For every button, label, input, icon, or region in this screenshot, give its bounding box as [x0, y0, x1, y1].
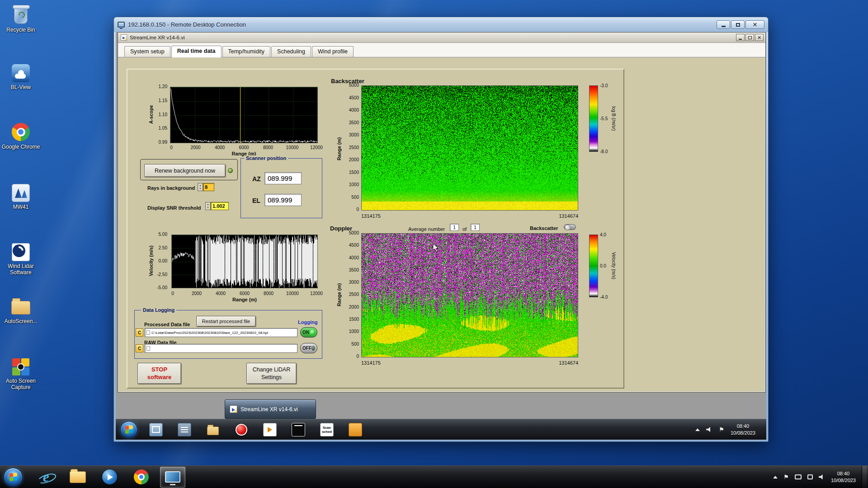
logging-off-led: [311, 346, 315, 351]
raw-logging-toggle[interactable]: OFF: [300, 343, 317, 353]
ascope-yticks: 1.201.151.101.050.99: [155, 84, 167, 145]
remote-volume-icon[interactable]: [706, 427, 712, 432]
remote-taskbar-clock[interactable]: 08:40 10/08/2023: [731, 423, 755, 436]
chrome-icon: [134, 469, 149, 484]
data-logging-title: Data Logging: [141, 307, 176, 313]
terminal-icon[interactable]: [292, 423, 305, 436]
app-maximize-button[interactable]: [745, 34, 754, 41]
taskbar-internet-explorer-button[interactable]: e: [33, 467, 59, 488]
display-tray-icon[interactable]: [795, 474, 802, 479]
velocity-plot: [171, 235, 318, 288]
processed-path-field[interactable]: C:\Lidar\Data\Proc\2023\202308\20230810\…: [145, 328, 297, 337]
start-button[interactable]: [4, 468, 23, 487]
tab-system-setup[interactable]: System setup: [124, 46, 170, 57]
labview-icon: [230, 405, 237, 413]
el-label: EL: [252, 197, 260, 204]
renew-background-button[interactable]: Renew background now: [144, 164, 226, 177]
rdp-titlebar[interactable]: 192.168.0.150 - Remote Desktop Connectio…: [114, 17, 768, 32]
app-close-button[interactable]: ✕: [755, 34, 764, 41]
stop-software-button[interactable]: STOPsoftware: [137, 363, 181, 384]
desktop-icon-label: Wind Lidar Software: [1, 263, 41, 276]
doppler-x-start: 1314175: [361, 360, 381, 366]
tab-scheduling[interactable]: Scheduling: [271, 46, 311, 57]
desktop-icon-bl-view[interactable]: BL-View: [1, 63, 41, 91]
ascope-ylabel: A-scope: [147, 87, 155, 142]
velocity-xticks: 020004000600080001000012000: [165, 291, 325, 296]
remote-desktop-icon: [118, 22, 125, 28]
tab-temp-humidity[interactable]: Temp/humidity: [222, 46, 271, 57]
scan-sched-icon[interactable]: Scansched: [320, 423, 334, 436]
raw-path-field[interactable]: [145, 344, 297, 353]
backscatter-toggle[interactable]: [564, 224, 576, 230]
average-number-field[interactable]: 1: [450, 224, 459, 231]
backscatter-toggle-label: Backscatter: [530, 225, 558, 231]
tray-expand-icon[interactable]: [773, 476, 778, 479]
scanner-position-groupbox: [241, 158, 322, 218]
doppler-ylabel: Range (m): [335, 233, 343, 357]
window-app-icon[interactable]: [149, 423, 163, 436]
app-window: StreamLine XR v14-6.vi ✕ System setup Re…: [118, 32, 766, 393]
remote-action-center-icon[interactable]: ⚑: [719, 427, 724, 432]
grid-app-icon[interactable]: [178, 423, 191, 436]
folder-icon: [10, 297, 31, 317]
snr-value-field[interactable]: 1.002: [211, 202, 229, 210]
doppler-colorbar-label: Velocity (m/s): [610, 235, 617, 297]
app-titlebar[interactable]: StreamLine XR v14-6.vi ✕: [118, 33, 765, 43]
remote-taskbar-window-button[interactable]: StreamLine XR v14-6.vi: [225, 399, 316, 419]
raw-drive-button[interactable]: C: [136, 344, 143, 352]
desktop-icon-recycle-bin[interactable]: Recycle Bin: [1, 6, 41, 33]
desktop-icon-google-chrome[interactable]: Google Chrome: [1, 122, 41, 150]
rays-value-field[interactable]: 8: [203, 183, 214, 191]
snr-spinner[interactable]: ▲▼: [205, 202, 211, 210]
show-desktop-button[interactable]: [862, 466, 867, 488]
bl-view-icon: [10, 63, 31, 83]
labview-app-icon: [121, 34, 127, 41]
logging-on-led: [310, 330, 315, 335]
processed-drive-button[interactable]: C: [136, 328, 143, 337]
desktop-icon-label: Auto Screen Capture: [1, 378, 41, 391]
mw41-icon: [10, 183, 31, 203]
rays-spinner[interactable]: ▲▼: [198, 183, 203, 191]
desktop-icon-mw41[interactable]: MW41: [1, 183, 41, 211]
desktop-icon-autoscreen[interactable]: AutoScreen...: [1, 297, 41, 325]
rdp-close-button[interactable]: ✕: [745, 20, 764, 29]
tab-real-time-data[interactable]: Real time data: [171, 46, 222, 57]
az-field[interactable]: 089.999: [264, 172, 302, 184]
orange-folder-icon[interactable]: [349, 423, 362, 436]
tab-wind-profile[interactable]: Wind profile: [312, 46, 354, 57]
backscatter-plot: [361, 85, 578, 211]
desktop-icon-auto-screen-capture[interactable]: Auto Screen Capture: [1, 357, 41, 391]
of-label: of: [462, 226, 467, 232]
action-center-icon[interactable]: ⚑: [783, 474, 789, 480]
processed-logging-toggle[interactable]: ON: [300, 327, 317, 338]
el-field[interactable]: 089.999: [264, 194, 302, 206]
taskbar-explorer-button[interactable]: [65, 467, 90, 488]
taskbar-chrome-button[interactable]: [128, 467, 154, 488]
volume-icon[interactable]: [819, 474, 825, 480]
desktop-icon-wind-lidar[interactable]: Wind Lidar Software: [1, 242, 41, 276]
rdp-maximize-button[interactable]: [731, 20, 745, 29]
desktop-icon-label: Recycle Bin: [1, 27, 41, 33]
average-of-field[interactable]: 1: [471, 224, 480, 231]
taskbar-clock[interactable]: 08:40 10/08/2023: [831, 470, 856, 484]
rdp-minimize-button[interactable]: [717, 20, 730, 29]
velocity-yticks: 5.002.500.00-2.50-5.00: [154, 232, 167, 290]
ascope-plot: [170, 87, 318, 143]
change-lidar-settings-button[interactable]: Change LiDARSettings: [246, 363, 297, 384]
app-minimize-button[interactable]: [736, 34, 745, 41]
taskbar-media-player-button[interactable]: [97, 467, 122, 488]
folder-icon[interactable]: [206, 423, 220, 436]
backscatter-yticks: 5000450040003500300025002000150010005000: [344, 83, 359, 212]
desktop-icon-label: MW41: [1, 204, 41, 211]
app-window-title: StreamLine XR v14-6.vi: [130, 35, 184, 40]
power-icon[interactable]: [235, 423, 248, 436]
network-icon[interactable]: [807, 474, 813, 479]
labview-run-icon[interactable]: [263, 423, 277, 436]
auto-screen-capture-icon: [10, 357, 31, 377]
restart-processed-file-button[interactable]: Restart processed file: [196, 316, 256, 327]
taskbar-rdp-button[interactable]: [160, 467, 185, 488]
remote-tray-expand-icon[interactable]: [695, 428, 700, 431]
rdp-window: 192.168.0.150 - Remote Desktop Connectio…: [113, 17, 769, 442]
logging-label: Logging: [298, 319, 317, 325]
remote-start-button[interactable]: [120, 421, 137, 438]
